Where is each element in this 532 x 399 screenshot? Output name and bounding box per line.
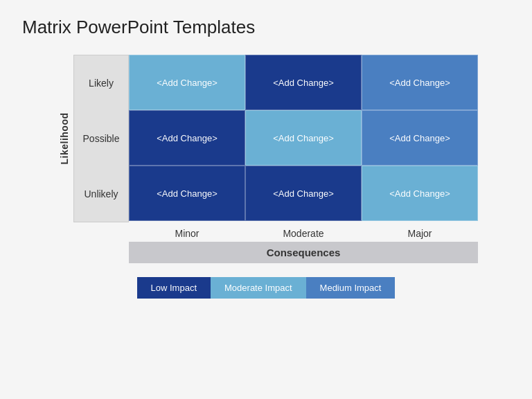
cell-possible-minor-text: <Add Change> (157, 133, 217, 143)
cell-unlikely-minor-text: <Add Change> (157, 188, 217, 199)
col-labels-row: Minor Moderate Major (129, 222, 478, 242)
matrix-area: Likelihood Likely Possible Unlikely <Add… (54, 55, 478, 222)
cell-unlikely-moderate-text: <Add Change> (273, 188, 333, 199)
grid-row-unlikely: <Add Change> <Add Change> <Add Change> (129, 166, 478, 221)
legend-low-impact: Low Impact (137, 277, 211, 299)
cell-possible-minor[interactable]: <Add Change> (129, 110, 245, 166)
legend-row: Low Impact Moderate Impact Medium Impact (137, 277, 396, 299)
bottom-wrapper: Minor Moderate Major Consequences (129, 222, 478, 274)
cell-likely-major-text: <Add Change> (389, 78, 450, 88)
cell-likely-moderate[interactable]: <Add Change> (245, 55, 362, 110)
legend-medium-label: Medium Impact (320, 283, 382, 293)
page: Matrix PowerPoint Templates Likelihood L… (0, 0, 532, 399)
consequences-bar: Consequences (129, 242, 478, 263)
cell-possible-moderate[interactable]: <Add Change> (245, 110, 362, 166)
cell-possible-moderate-text: <Add Change> (273, 133, 333, 143)
page-title: Matrix PowerPoint Templates (22, 17, 510, 38)
cell-likely-minor[interactable]: <Add Change> (129, 55, 245, 110)
cell-unlikely-major[interactable]: <Add Change> (362, 166, 478, 221)
row-label-possible: Possible (74, 111, 128, 166)
likelihood-label: Likelihood (58, 113, 69, 165)
bottom-section: Minor Moderate Major Consequences (129, 222, 478, 274)
col-label-major: Major (362, 222, 478, 242)
row-label-unlikely: Unlikely (74, 166, 128, 222)
col-label-moderate: Moderate (245, 222, 362, 242)
cell-likely-major[interactable]: <Add Change> (362, 55, 478, 110)
grid-area: <Add Change> <Add Change> <Add Change> <… (129, 55, 478, 222)
legend-medium-impact: Medium Impact (306, 277, 396, 299)
col-label-minor: Minor (129, 222, 245, 242)
grid-row-likely: <Add Change> <Add Change> <Add Change> (129, 55, 478, 110)
cell-unlikely-major-text: <Add Change> (389, 188, 450, 199)
legend-moderate-label: Moderate Impact (224, 283, 292, 293)
cell-likely-moderate-text: <Add Change> (273, 78, 333, 88)
grid-row-possible: <Add Change> <Add Change> <Add Change> (129, 110, 478, 166)
cell-possible-major[interactable]: <Add Change> (362, 110, 478, 166)
matrix-container: Likelihood Likely Possible Unlikely <Add… (22, 55, 510, 382)
legend-low-label: Low Impact (151, 283, 197, 293)
row-labels-col: Likely Possible Unlikely (73, 55, 129, 222)
cell-unlikely-moderate[interactable]: <Add Change> (245, 166, 362, 221)
cell-likely-minor-text: <Add Change> (157, 78, 217, 88)
legend-moderate-impact: Moderate Impact (211, 277, 306, 299)
likelihood-axis: Likelihood (54, 55, 73, 222)
cell-possible-major-text: <Add Change> (389, 133, 450, 143)
cell-unlikely-minor[interactable]: <Add Change> (129, 166, 245, 221)
row-label-likely: Likely (74, 55, 128, 111)
